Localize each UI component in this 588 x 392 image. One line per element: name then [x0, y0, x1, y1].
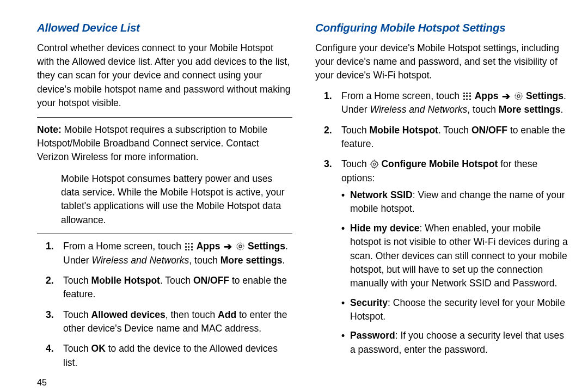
configure-label: Configure Mobile Hotspot [381, 158, 498, 169]
option-password: Password: If you choose a security level… [341, 329, 571, 357]
configure-icon [370, 160, 379, 169]
text: Touch [341, 125, 370, 136]
right-step-3: Touch Configure Mobile Hotspot for these… [315, 157, 571, 357]
text: Touch [63, 343, 91, 354]
left-steps: From a Home screen, touch Apps ➔ Setting… [37, 240, 292, 370]
svg-point-4 [373, 163, 375, 166]
arrow-icon: ➔ [224, 242, 232, 252]
left-intro: Control whether devices connect to your … [37, 41, 292, 111]
text: From a Home screen, touch [341, 90, 462, 101]
text: Touch [341, 158, 370, 169]
divider-top [37, 117, 292, 118]
text: . [283, 255, 285, 266]
settings-label: Settings [526, 90, 564, 101]
text: . Touch [160, 275, 193, 286]
on-off-label: ON/OFF [193, 275, 229, 286]
option-title: Password [350, 330, 395, 341]
mobile-hotspot-label: Mobile Hotspot [370, 125, 438, 136]
settings-icon [236, 242, 245, 251]
svg-point-0 [237, 243, 244, 250]
mobile-hotspot-label: Mobile Hotspot [91, 275, 160, 286]
text: . [561, 104, 564, 115]
ok-label: OK [91, 343, 106, 354]
option-title: Network SSID [350, 189, 413, 200]
manual-page: Allowed Device List Control whether devi… [0, 0, 588, 389]
right-steps: From a Home screen, touch Apps ➔ Setting… [315, 89, 571, 357]
text: Touch [63, 309, 91, 320]
option-title: Hide my device [350, 223, 419, 234]
wireless-networks-label: Wireless and Networks [92, 255, 189, 266]
right-heading: Configuring Mobile Hotspot Settings [315, 20, 571, 36]
settings-icon [514, 91, 523, 101]
option-hide-device: Hide my device: When enabled, your mobil… [341, 222, 571, 291]
option-title: Security [350, 297, 388, 308]
text: , touch [467, 104, 498, 115]
option-security: Security: Choose the security level for … [341, 296, 571, 324]
divider-bottom [37, 234, 292, 234]
note-label: Note: [37, 124, 62, 135]
note-block: Note: Mobile Hotspot requires a subscrip… [37, 123, 292, 228]
note-body-2: Mobile Hotspot consumes battery power an… [61, 172, 292, 228]
more-settings-label: More settings [499, 104, 561, 115]
config-options: Network SSID: View and change the name o… [341, 188, 571, 357]
left-step-3: Touch Allowed devices, then touch Add to… [37, 308, 292, 336]
left-heading: Allowed Device List [37, 20, 292, 36]
add-label: Add [218, 309, 236, 320]
text: From a Home screen, touch [63, 241, 184, 252]
right-intro: Configure your device's Mobile Hotspot s… [315, 41, 571, 83]
option-network-ssid: Network SSID: View and change the name o… [341, 188, 571, 216]
on-off-label: ON/OFF [471, 125, 507, 136]
apps-label: Apps [475, 90, 499, 101]
svg-point-2 [515, 93, 522, 100]
arrow-icon: ➔ [502, 91, 510, 101]
left-step-4: Touch OK to add the device to the Allowe… [37, 342, 292, 370]
page-number: 45 [37, 376, 292, 389]
apps-label: Apps [197, 241, 220, 252]
note-body-1: Mobile Hotspot requires a subscription t… [37, 124, 267, 163]
text: . Touch [438, 125, 471, 136]
text: , then touch [166, 309, 218, 320]
apps-icon [185, 242, 193, 251]
apps-icon [463, 92, 471, 101]
more-settings-label: More settings [220, 255, 283, 266]
left-step-2: Touch Mobile Hotspot. Touch ON/OFF to en… [37, 274, 292, 302]
svg-point-3 [517, 95, 520, 97]
allowed-devices-label: Allowed devices [91, 309, 166, 320]
text: , touch [189, 255, 220, 266]
right-step-1: From a Home screen, touch Apps ➔ Setting… [315, 89, 571, 117]
wireless-networks-label: Wireless and Networks [370, 104, 468, 115]
left-step-1: From a Home screen, touch Apps ➔ Setting… [37, 240, 292, 267]
settings-label: Settings [248, 241, 285, 252]
left-column: Allowed Device List Control whether devi… [37, 20, 292, 389]
svg-point-1 [239, 245, 242, 248]
right-column: Configuring Mobile Hotspot Settings Conf… [315, 20, 571, 389]
text: Touch [63, 275, 91, 286]
right-step-2: Touch Mobile Hotspot. Touch ON/OFF to en… [315, 124, 571, 151]
